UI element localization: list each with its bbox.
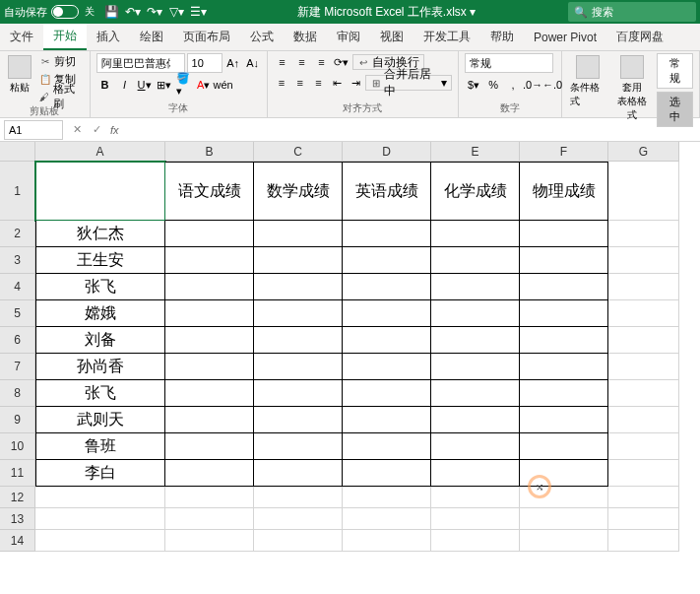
cell-style-selected[interactable]: 选中 (657, 92, 693, 127)
align-left-icon[interactable]: ≡ (274, 74, 290, 92)
cell[interactable] (431, 354, 520, 380)
cell[interactable] (520, 508, 608, 530)
menu-item-5[interactable]: 公式 (240, 24, 284, 50)
cell[interactable] (520, 380, 608, 407)
cell[interactable] (520, 327, 608, 354)
menu-item-11[interactable]: Power Pivot (524, 24, 606, 50)
cell[interactable] (431, 433, 520, 460)
align-middle-icon[interactable]: ≡ (293, 53, 311, 71)
cell[interactable]: 张飞 (35, 274, 165, 300)
cell[interactable] (35, 530, 165, 552)
col-header[interactable]: G (608, 142, 679, 162)
worksheet-grid[interactable]: ABCDEFG 1234567891011121314 语文成绩数学成绩英语成绩… (0, 142, 700, 594)
cell[interactable] (431, 274, 520, 300)
cell[interactable] (343, 530, 431, 552)
menu-item-4[interactable]: 页面布局 (173, 24, 240, 50)
menu-item-0[interactable]: 文件 (0, 24, 43, 50)
cell[interactable] (431, 508, 520, 530)
cell[interactable] (608, 380, 679, 407)
cell[interactable] (254, 327, 343, 354)
cell[interactable] (520, 354, 608, 380)
decrease-decimal-icon[interactable]: ←.0 (543, 76, 561, 94)
menu-item-1[interactable]: 开始 (43, 24, 87, 50)
increase-decimal-icon[interactable]: .0→ (524, 76, 541, 94)
cell[interactable] (254, 380, 343, 407)
save-icon[interactable]: 💾 (104, 5, 118, 19)
cell[interactable] (520, 530, 608, 552)
align-top-icon[interactable]: ≡ (274, 53, 291, 71)
bold-button[interactable]: B (96, 76, 114, 94)
cell[interactable] (520, 300, 608, 327)
number-format-select[interactable] (465, 53, 553, 73)
cell[interactable] (520, 247, 608, 274)
cell-style-normal[interactable]: 常规 (657, 53, 693, 89)
cell[interactable] (520, 460, 608, 487)
cell[interactable] (165, 221, 254, 247)
row-header[interactable]: 4 (0, 274, 35, 300)
cell[interactable]: 李白 (35, 460, 165, 487)
cell[interactable] (254, 433, 343, 460)
indent-decrease-icon[interactable]: ⇤ (329, 74, 346, 92)
name-box[interactable] (4, 120, 63, 140)
font-name-select[interactable] (96, 53, 185, 73)
col-header[interactable]: B (165, 142, 254, 162)
cell[interactable]: 鲁班 (35, 433, 165, 460)
cell[interactable] (608, 247, 679, 274)
cell[interactable] (165, 460, 254, 487)
enter-icon[interactable]: ✓ (87, 120, 106, 140)
cell[interactable] (608, 487, 679, 508)
cell[interactable] (520, 221, 608, 247)
cell[interactable] (431, 327, 520, 354)
cell[interactable] (343, 354, 431, 380)
cell[interactable] (520, 274, 608, 300)
cell[interactable] (608, 300, 679, 327)
cell[interactable] (431, 487, 520, 508)
cell[interactable] (165, 300, 254, 327)
percent-icon[interactable]: % (484, 76, 502, 94)
cell[interactable] (165, 354, 254, 380)
row-header[interactable]: 11 (0, 460, 35, 487)
filter-icon[interactable]: ▽▾ (169, 5, 183, 19)
cell[interactable] (35, 487, 165, 508)
row-header[interactable]: 5 (0, 300, 35, 327)
cell[interactable] (254, 460, 343, 487)
menu-item-12[interactable]: 百度网盘 (606, 24, 673, 50)
align-right-icon[interactable]: ≡ (310, 74, 327, 92)
cell[interactable] (343, 460, 431, 487)
menu-item-9[interactable]: 开发工具 (414, 24, 480, 50)
cell[interactable] (254, 274, 343, 300)
comma-icon[interactable]: , (504, 76, 522, 94)
cell[interactable] (165, 274, 254, 300)
col-header[interactable]: F (520, 142, 608, 162)
cell[interactable] (343, 274, 431, 300)
cell[interactable]: 武则天 (35, 407, 165, 433)
row-header[interactable]: 7 (0, 354, 35, 380)
cell[interactable] (520, 487, 608, 508)
row-header[interactable]: 9 (0, 407, 35, 433)
cell[interactable] (520, 433, 608, 460)
cell[interactable] (343, 221, 431, 247)
cell[interactable] (35, 162, 165, 221)
cell[interactable] (343, 300, 431, 327)
cell[interactable] (165, 327, 254, 354)
menu-item-6[interactable]: 数据 (284, 24, 327, 50)
currency-icon[interactable]: $▾ (465, 76, 482, 94)
cell[interactable] (608, 354, 679, 380)
cell[interactable]: 英语成绩 (343, 162, 431, 221)
cell[interactable]: 孙尚香 (35, 354, 165, 380)
fx-icon[interactable]: fx (110, 124, 119, 136)
cell[interactable] (431, 380, 520, 407)
cell[interactable] (35, 508, 165, 530)
border-button[interactable]: ⊞▾ (156, 76, 173, 94)
menu-item-8[interactable]: 视图 (370, 24, 414, 50)
menu-item-2[interactable]: 插入 (87, 24, 130, 50)
row-header[interactable]: 13 (0, 508, 35, 530)
cell[interactable] (608, 460, 679, 487)
cell[interactable] (431, 530, 520, 552)
row-header[interactable]: 8 (0, 380, 35, 407)
col-header[interactable]: D (343, 142, 431, 162)
cell[interactable] (431, 460, 520, 487)
cell[interactable] (608, 433, 679, 460)
cell[interactable] (520, 407, 608, 433)
col-header[interactable]: A (35, 142, 165, 162)
